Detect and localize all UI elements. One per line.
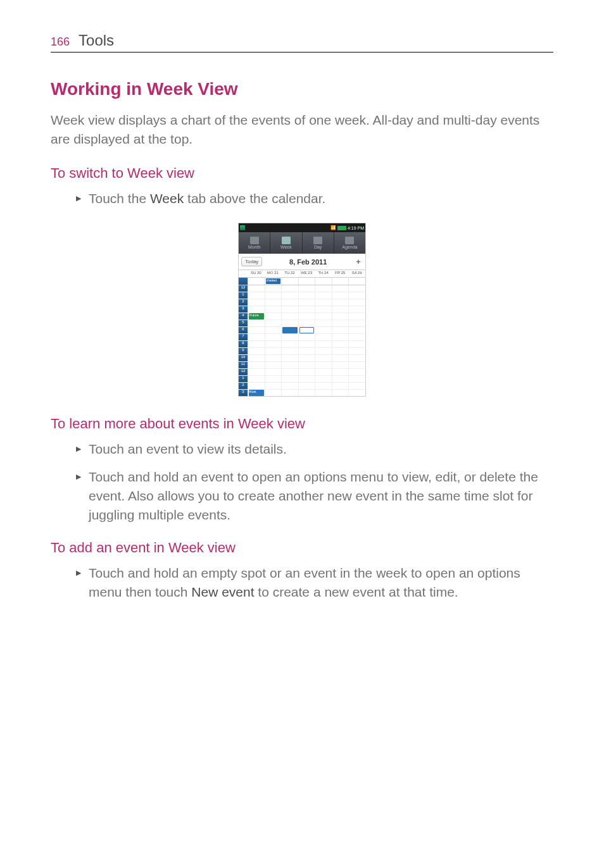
day-cell[interactable] — [332, 327, 349, 333]
day-cell[interactable] — [332, 306, 349, 313]
day-cell[interactable] — [332, 299, 349, 306]
day-cell[interactable] — [298, 299, 315, 306]
day-cell[interactable] — [281, 390, 298, 396]
day-cell[interactable] — [332, 376, 349, 382]
day-cell[interactable] — [298, 341, 315, 347]
day-cell[interactable] — [332, 369, 349, 375]
day-cell[interactable] — [265, 376, 282, 382]
day-cell[interactable] — [265, 341, 282, 347]
day-cell[interactable] — [281, 383, 298, 389]
day-cell[interactable] — [348, 390, 365, 396]
day-cell[interactable] — [348, 348, 365, 354]
day-cell[interactable] — [348, 306, 365, 313]
day-cell[interactable] — [248, 299, 265, 306]
day-cell[interactable] — [298, 334, 315, 340]
allday-cell[interactable] — [332, 278, 349, 285]
day-cell[interactable] — [265, 320, 282, 326]
day-cell[interactable] — [298, 285, 315, 292]
day-cell[interactable] — [281, 327, 298, 333]
allday-cell[interactable] — [315, 278, 332, 285]
day-cell[interactable] — [332, 383, 349, 389]
day-cell[interactable] — [332, 292, 349, 299]
day-cell[interactable] — [265, 327, 282, 333]
day-cell[interactable] — [248, 320, 265, 326]
day-cell[interactable]: Work — [248, 390, 265, 396]
day-cell[interactable] — [315, 327, 332, 333]
day-cell[interactable] — [298, 369, 315, 375]
day-cell[interactable] — [315, 341, 332, 347]
allday-cell[interactable] — [248, 278, 265, 285]
day-cell[interactable] — [332, 362, 349, 368]
day-cell[interactable] — [298, 376, 315, 382]
day-cell[interactable] — [281, 320, 298, 326]
allday-cell[interactable] — [348, 278, 365, 285]
allday-cell[interactable] — [281, 278, 298, 285]
day-cell[interactable] — [332, 313, 349, 319]
tab-week[interactable]: Week — [270, 232, 302, 254]
day-cell[interactable] — [315, 299, 332, 306]
day-cell[interactable] — [281, 334, 298, 340]
day-cell[interactable] — [332, 334, 349, 340]
day-cell[interactable] — [248, 376, 265, 382]
day-cell[interactable] — [348, 327, 365, 333]
event-chip[interactable] — [282, 327, 298, 333]
event-chip[interactable] — [299, 327, 315, 333]
day-cell[interactable] — [348, 369, 365, 375]
day-cell[interactable] — [248, 285, 265, 292]
day-cell[interactable] — [298, 348, 315, 354]
day-cell[interactable] — [265, 334, 282, 340]
day-cell[interactable] — [315, 306, 332, 313]
day-cell[interactable] — [348, 334, 365, 340]
day-cell[interactable] — [332, 390, 349, 396]
day-cell[interactable] — [348, 383, 365, 389]
allday-cell[interactable] — [298, 278, 315, 285]
today-button[interactable]: Today — [241, 257, 262, 266]
tab-month[interactable]: Month — [239, 232, 270, 254]
day-cell[interactable] — [315, 292, 332, 299]
day-cell[interactable] — [248, 355, 265, 361]
day-cell[interactable] — [348, 355, 365, 361]
day-cell[interactable] — [281, 341, 298, 347]
day-cell[interactable] — [348, 285, 365, 292]
day-cell[interactable] — [281, 313, 298, 319]
day-cell[interactable] — [332, 355, 349, 361]
day-cell[interactable] — [348, 313, 365, 319]
day-cell[interactable] — [265, 390, 282, 396]
day-cell[interactable] — [315, 362, 332, 368]
day-cell[interactable] — [315, 348, 332, 354]
day-cell[interactable] — [281, 292, 298, 299]
allday-event-chip[interactable]: chatted — [266, 278, 281, 284]
day-cell[interactable] — [265, 313, 282, 319]
day-cell[interactable] — [332, 320, 349, 326]
day-cell[interactable] — [348, 362, 365, 368]
day-cell[interactable] — [265, 383, 282, 389]
day-cell[interactable] — [298, 313, 315, 319]
day-cell[interactable] — [298, 390, 315, 396]
day-cell[interactable] — [332, 341, 349, 347]
day-cell[interactable] — [348, 299, 365, 306]
day-cell[interactable] — [332, 348, 349, 354]
add-event-button[interactable]: + — [354, 257, 363, 266]
day-cell[interactable] — [248, 327, 265, 333]
day-cell[interactable] — [315, 383, 332, 389]
day-cell[interactable] — [281, 355, 298, 361]
day-cell[interactable] — [281, 348, 298, 354]
day-cell[interactable] — [265, 369, 282, 375]
day-cell[interactable] — [298, 355, 315, 361]
day-cell[interactable] — [248, 369, 265, 375]
day-cell[interactable] — [315, 313, 332, 319]
day-cell[interactable] — [265, 355, 282, 361]
event-chip[interactable]: Work — [249, 390, 264, 396]
day-cell[interactable] — [348, 320, 365, 326]
day-cell[interactable] — [298, 327, 315, 333]
day-cell[interactable] — [281, 362, 298, 368]
day-cell[interactable] — [248, 362, 265, 368]
day-cell[interactable] — [348, 341, 365, 347]
day-cell[interactable] — [248, 383, 265, 389]
day-cell[interactable] — [248, 306, 265, 313]
day-cell[interactable] — [265, 306, 282, 313]
day-cell[interactable] — [298, 306, 315, 313]
day-cell[interactable] — [315, 320, 332, 326]
day-cell[interactable] — [281, 285, 298, 292]
day-cell[interactable] — [248, 334, 265, 340]
